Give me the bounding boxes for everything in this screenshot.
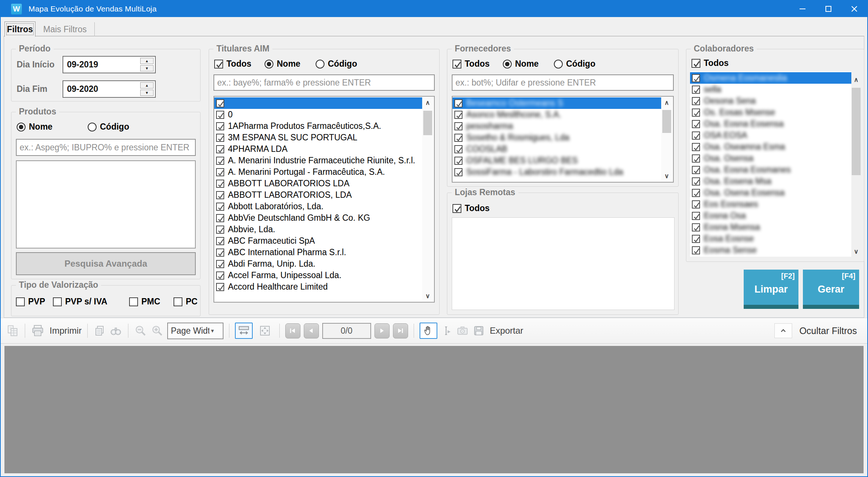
scroll-thumb[interactable] — [662, 110, 671, 133]
row-checkbox[interactable] — [216, 271, 224, 280]
list-item[interactable]: Osa. Eosna Eosmanes — [690, 164, 851, 176]
list-item[interactable]: Asonco Meslthcone, S.A. — [452, 109, 661, 120]
list-item[interactable]: Eos Eosnsaes — [690, 199, 851, 210]
row-checkbox[interactable] — [216, 237, 224, 245]
row-checkbox[interactable] — [216, 226, 224, 234]
list-item[interactable]: SossiFarma - Laborstiro Farmacedtio Lda — [452, 166, 661, 178]
list-item[interactable]: Sosetho & Rosmigues, Lda — [452, 132, 661, 143]
list-item[interactable]: 3M ESPANA SL SUC PORTUGAL — [214, 132, 422, 143]
tab-mais-filtros[interactable]: Mais Filtros — [36, 22, 95, 36]
scroll-down-icon[interactable]: ∨ — [422, 291, 433, 301]
list-item[interactable]: Accord Healthcare Limited — [214, 281, 422, 293]
row-checkbox[interactable] — [216, 191, 224, 199]
row-checkbox[interactable] — [692, 166, 700, 174]
row-checkbox[interactable] — [692, 120, 700, 128]
scroll-thumb[interactable] — [852, 88, 861, 175]
colaboradores-todos-checkbox[interactable]: Todos — [692, 58, 729, 68]
report-options-icon[interactable] — [6, 324, 19, 337]
list-item[interactable]: Abbvie, Lda. — [214, 224, 422, 235]
list-item[interactable]: Os. Eosas Msense — [690, 107, 851, 118]
row-checkbox[interactable] — [692, 223, 700, 231]
first-page-button[interactable] — [285, 323, 300, 338]
row-checkbox[interactable] — [216, 248, 224, 257]
minimize-button[interactable] — [790, 1, 815, 17]
scroll-down-icon[interactable]: ∨ — [851, 246, 862, 257]
row-checkbox[interactable] — [692, 97, 700, 105]
row-checkbox[interactable] — [216, 111, 224, 119]
titulares-todos-checkbox[interactable]: Todos — [214, 59, 251, 69]
row-checkbox[interactable] — [216, 134, 224, 142]
gerar-button[interactable]: [F4] Gerar — [803, 270, 859, 309]
list-item[interactable]: Osa. Oseamna Esma — [690, 141, 851, 153]
maximize-button[interactable] — [815, 1, 841, 17]
list-item[interactable]: OSFALME BES LURGO BES — [452, 155, 661, 166]
list-item[interactable]: Eosna Osa — [690, 210, 851, 221]
list-item[interactable]: 0 — [214, 109, 422, 120]
list-item[interactable]: A. Menarini Industrie Farmaceutiche Riun… — [214, 155, 422, 166]
list-item[interactable]: Eosa Eosnse — [690, 233, 851, 244]
list-item[interactable]: sella — [690, 84, 851, 95]
list-item[interactable]: ABC Farmaceutici SpA — [214, 235, 422, 247]
scroll-up-icon[interactable]: ∧ — [661, 97, 672, 108]
pan-tool-button[interactable] — [420, 323, 437, 339]
fornecedores-search-input[interactable] — [452, 74, 674, 91]
titulares-scrollbar[interactable]: ∧ ∨ — [422, 97, 433, 301]
ocultar-filtros-label[interactable]: Ocultar Filtros — [799, 326, 857, 336]
valorizacao-checkbox-pvp[interactable]: PVP — [16, 297, 45, 307]
scroll-thumb[interactable] — [423, 111, 432, 135]
row-checkbox[interactable] — [216, 203, 224, 211]
fit-width-button[interactable] — [235, 323, 253, 339]
row-checkbox[interactable] — [454, 157, 462, 165]
pesquisa-avancada-button[interactable]: Pesquisa Avançada — [16, 252, 196, 275]
copy-icon[interactable] — [93, 324, 106, 337]
fornecedores-todos-checkbox[interactable]: Todos — [452, 59, 489, 69]
fornecedores-nome-radio[interactable]: Nome — [503, 59, 539, 69]
find-icon[interactable] — [109, 324, 122, 337]
zoom-out-icon[interactable] — [134, 324, 147, 337]
previous-page-button[interactable] — [304, 323, 319, 338]
valorizacao-checkbox-pmc[interactable]: PMC — [129, 297, 160, 307]
close-button[interactable] — [841, 1, 867, 17]
fornecedores-codigo-radio[interactable]: Código — [554, 59, 595, 69]
list-item[interactable]: pesosharma — [452, 120, 661, 132]
row-checkbox[interactable] — [216, 180, 224, 188]
zoom-level-select[interactable]: Page Width ▼ — [167, 323, 223, 339]
next-page-button[interactable] — [374, 323, 390, 338]
print-icon[interactable] — [31, 324, 45, 338]
row-checkbox[interactable] — [454, 122, 462, 130]
list-item[interactable]: Eosma Sense — [690, 244, 851, 256]
ocultar-filtros-button[interactable] — [774, 323, 792, 338]
valorizacao-checkbox-pvp-s-iva[interactable]: PVP s/ IVA — [53, 297, 107, 307]
row-checkbox[interactable] — [216, 145, 224, 153]
limpar-button[interactable]: [F2] Limpar — [744, 270, 798, 309]
dia-inicio-up-button[interactable]: ▲ — [140, 58, 154, 64]
list-item[interactable]: 4PHARMA LDA — [214, 143, 422, 155]
list-item[interactable]: ABBOTT LABORATORIOS LDA — [214, 178, 422, 189]
row-checkbox[interactable] — [216, 122, 224, 130]
row-checkbox[interactable] — [216, 99, 224, 107]
list-item[interactable]: Osa. Eosena Msa — [690, 176, 851, 187]
list-item[interactable]: A. Menarini Portugal - Farmacêutica, S.A… — [214, 166, 422, 178]
list-item[interactable]: 1APharma Produtos Farmacêuticos,S.A. — [214, 120, 422, 132]
row-checkbox[interactable] — [692, 154, 700, 163]
dia-fim-down-button[interactable]: ▼ — [140, 90, 154, 96]
row-checkbox[interactable] — [454, 99, 462, 107]
row-checkbox[interactable] — [454, 134, 462, 142]
row-checkbox[interactable] — [692, 177, 700, 186]
lojas-todos-checkbox[interactable]: Todos — [452, 203, 489, 213]
text-select-icon[interactable] — [441, 325, 452, 337]
list-item[interactable]: Osa. Eosna Eosensa — [690, 118, 851, 130]
list-item[interactable]: Osmena Eosmaneslia — [690, 72, 851, 84]
row-checkbox[interactable] — [692, 74, 700, 82]
row-checkbox[interactable] — [692, 246, 700, 254]
titulares-search-input[interactable] — [213, 74, 435, 91]
lojas-remotas-listbox[interactable] — [452, 217, 674, 310]
last-page-button[interactable] — [393, 323, 408, 338]
list-item[interactable]: Accel Farma, Unipessoal Lda. — [214, 270, 422, 281]
snapshot-icon[interactable] — [456, 324, 469, 337]
dia-inicio-down-button[interactable]: ▼ — [140, 65, 154, 71]
produtos-codigo-radio[interactable]: Código — [88, 122, 129, 132]
row-checkbox[interactable] — [692, 131, 700, 140]
colaboradores-scrollbar[interactable]: ∧ ∨ — [851, 71, 862, 257]
exportar-label[interactable]: Exportar — [490, 326, 524, 336]
